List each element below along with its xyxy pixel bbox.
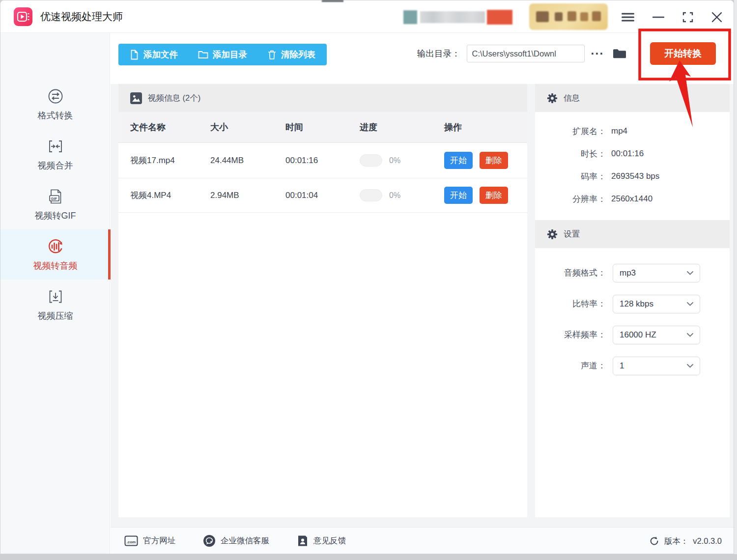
file-name: 视频4.MP4 bbox=[130, 188, 178, 203]
output-directory-group: 输出目录： ··· bbox=[417, 44, 627, 63]
info-row-extension: 扩展名： mp4 bbox=[535, 120, 730, 142]
screenshot-canvas: 优速视频处理大师 bbox=[0, 0, 737, 560]
col-time: 时间 bbox=[285, 121, 360, 133]
close-icon[interactable] bbox=[710, 10, 724, 24]
sidebar-item-label: 视频合并 bbox=[38, 160, 73, 171]
progress-percent: 0% bbox=[389, 191, 400, 200]
row-delete-button[interactable]: 删除 bbox=[480, 152, 508, 169]
settings-header: 设置 bbox=[535, 220, 730, 248]
app-title: 优速视频处理大师 bbox=[40, 0, 123, 33]
channels-select[interactable]: 1 bbox=[613, 357, 700, 375]
sidebar-item-video-to-audio[interactable]: 视频转音频 bbox=[0, 229, 110, 280]
format-convert-icon bbox=[47, 87, 64, 105]
version-value: v2.0.3.0 bbox=[693, 536, 722, 546]
progress-percent: 0% bbox=[389, 156, 400, 165]
file-size: 24.44MB bbox=[210, 156, 285, 166]
sidebar-item-label: 视频转音频 bbox=[33, 260, 78, 272]
wechat-service-icon bbox=[203, 534, 216, 547]
sidebar-item-video-compress[interactable]: 视频压缩 bbox=[0, 280, 110, 330]
svg-text:.com: .com bbox=[127, 540, 136, 544]
info-row-resolution: 分辨率： 2560x1440 bbox=[535, 188, 730, 210]
clear-list-label: 清除列表 bbox=[281, 49, 315, 60]
video-info-icon bbox=[130, 92, 142, 104]
setting-sample-rate: 采样频率： 16000 HZ bbox=[535, 319, 730, 350]
chevron-down-icon bbox=[687, 364, 693, 368]
update-refresh-icon bbox=[649, 535, 660, 547]
minimize-icon[interactable] bbox=[652, 10, 665, 24]
maximize-icon[interactable] bbox=[681, 10, 695, 24]
sample-rate-select[interactable]: 16000 HZ bbox=[613, 326, 700, 344]
website-icon: .com bbox=[124, 535, 138, 547]
output-directory-input[interactable] bbox=[467, 45, 585, 62]
chevron-down-icon bbox=[687, 271, 693, 275]
svg-text:GIF: GIF bbox=[51, 196, 57, 200]
row-start-button[interactable]: 开始 bbox=[444, 152, 473, 169]
gear-icon bbox=[547, 93, 558, 104]
row-start-button[interactable]: 开始 bbox=[444, 187, 473, 204]
sidebar: 格式转换 视频合并 GIF 视频转GIF bbox=[0, 33, 110, 554]
chevron-down-icon bbox=[687, 302, 693, 306]
background-taskbar-strip bbox=[0, 554, 737, 560]
add-directory-label: 添加目录 bbox=[213, 49, 247, 60]
sidebar-item-label: 视频压缩 bbox=[38, 310, 73, 322]
progress-bar bbox=[360, 154, 382, 167]
bitrate-select[interactable]: 128 kbps bbox=[613, 295, 700, 313]
setting-bitrate: 比特率： 128 kbps bbox=[535, 288, 730, 319]
audio-format-select[interactable]: mp3 bbox=[613, 264, 700, 282]
gear-icon bbox=[547, 229, 558, 240]
open-folder-icon[interactable] bbox=[612, 47, 627, 60]
app-logo-icon bbox=[14, 7, 32, 26]
output-directory-label: 输出目录： bbox=[417, 48, 460, 59]
footer: .com 官方网址 企业微信客服 意见反馈 bbox=[111, 527, 734, 554]
file-duration: 00:01:04 bbox=[285, 191, 360, 200]
add-file-button[interactable]: 添加文件 bbox=[130, 49, 178, 60]
titlebar: 优速视频处理大师 bbox=[0, 0, 734, 33]
file-list-panel: 视频信息 (2个) 文件名称 大小 时间 进度 操作 视频17.mp4 24.4… bbox=[118, 84, 527, 517]
background-edge-sliver bbox=[734, 0, 737, 554]
settings-rows: 音频格式： mp3 比特率： 128 kbps bbox=[535, 248, 730, 381]
settings-title: 设置 bbox=[564, 229, 580, 240]
col-size: 大小 bbox=[210, 121, 285, 133]
info-header: 信息 bbox=[535, 84, 730, 112]
file-duration: 00:01:16 bbox=[285, 156, 360, 166]
wechat-support-link[interactable]: 企业微信客服 bbox=[203, 534, 269, 547]
sidebar-item-video-to-gif[interactable]: GIF 视频转GIF bbox=[0, 179, 110, 229]
sidebar-item-label: 格式转换 bbox=[38, 110, 73, 121]
trash-icon bbox=[267, 50, 277, 60]
sidebar-item-label: 视频转GIF bbox=[35, 210, 76, 222]
censored-text-block bbox=[403, 9, 515, 25]
clear-list-button[interactable]: 清除列表 bbox=[267, 49, 315, 60]
chevron-down-icon bbox=[687, 333, 693, 337]
table-row: 视频17.mp4 24.44MB 00:01:16 0% 开始 删除 bbox=[118, 143, 527, 178]
menu-icon[interactable] bbox=[621, 10, 635, 24]
background-top-smudge bbox=[322, 0, 343, 2]
version-info[interactable]: 版本：v2.0.3.0 bbox=[649, 528, 722, 554]
file-panel-header: 视频信息 (2个) bbox=[118, 84, 527, 112]
official-website-link[interactable]: .com 官方网址 bbox=[124, 535, 175, 547]
video-to-audio-icon bbox=[47, 238, 64, 255]
row-delete-button[interactable]: 删除 bbox=[480, 187, 508, 204]
sidebar-item-video-merge[interactable]: 视频合并 bbox=[0, 129, 110, 179]
censored-text-block-2 bbox=[529, 3, 608, 30]
version-label: 版本： bbox=[664, 536, 689, 547]
col-filename: 文件名称 bbox=[130, 121, 210, 133]
add-file-icon bbox=[130, 50, 139, 60]
browse-more-button[interactable]: ··· bbox=[591, 45, 604, 62]
add-directory-button[interactable]: 添加目录 bbox=[198, 49, 247, 60]
file-name: 视频17.mp4 bbox=[130, 153, 178, 168]
video-merge-icon bbox=[47, 138, 64, 155]
table-column-headers: 文件名称 大小 时间 进度 操作 bbox=[118, 112, 527, 143]
start-convert-button[interactable]: 开始转换 bbox=[650, 42, 716, 65]
details-panel: 信息 扩展名： mp4 时长： 00:01:16 码率： 2693543 bps bbox=[535, 84, 730, 517]
info-row-bitrate: 码率： 2693543 bps bbox=[535, 165, 730, 188]
app-window: 优速视频处理大师 bbox=[0, 0, 734, 554]
feedback-link[interactable]: 意见反馈 bbox=[297, 534, 346, 547]
col-actions: 操作 bbox=[444, 121, 527, 133]
feedback-icon bbox=[297, 534, 309, 547]
content-area: 视频信息 (2个) 文件名称 大小 时间 进度 操作 视频17.mp4 24.4… bbox=[111, 84, 734, 527]
col-progress: 进度 bbox=[360, 121, 444, 133]
info-rows: 扩展名： mp4 时长： 00:01:16 码率： 2693543 bps 分辨… bbox=[535, 112, 730, 210]
file-panel-title: 视频信息 (2个) bbox=[148, 93, 200, 104]
sidebar-item-format-convert[interactable]: 格式转换 bbox=[0, 79, 110, 129]
info-row-duration: 时长： 00:01:16 bbox=[535, 142, 730, 165]
